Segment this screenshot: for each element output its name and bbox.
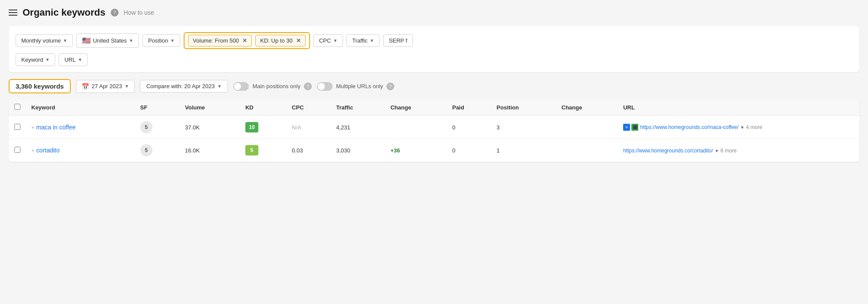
filter-row-2: Keyword ▼ URL ▼	[16, 53, 852, 66]
highlighted-filter-group: Volume: From 500 ✕ KD: Up to 30 ✕	[184, 32, 310, 49]
chevron-down-icon: ▼	[170, 38, 175, 43]
cpc-cell: 0.03	[287, 139, 331, 162]
table-section: Keyword SF Volume KD CPC Traffic Change …	[9, 99, 859, 162]
page-header: Organic keywords ? How to use	[9, 7, 859, 18]
keyword-label: Keyword	[21, 56, 43, 63]
cpc-cell: N/A	[287, 116, 331, 139]
main-positions-help-icon[interactable]: ?	[304, 83, 312, 90]
volume-filter-label: Volume: From 500	[193, 37, 239, 44]
url-cell: ≡⬛https://www.homegrounds.co/maca-coffee…	[618, 116, 859, 139]
keyword-link[interactable]: maca in coffee	[36, 124, 76, 131]
sf-badge: 5	[140, 121, 152, 133]
traffic-cell: 3,030	[331, 139, 385, 162]
traffic-change-cell	[385, 116, 447, 139]
th-cpc: CPC	[287, 99, 331, 116]
kd-filter-label: KD: Up to 30	[260, 37, 292, 44]
filter-row-1: Monthly volume ▼ 🇺🇸 United States ▼ Posi…	[16, 32, 852, 49]
volume-filter-close[interactable]: ✕	[242, 38, 247, 43]
th-keyword: Keyword	[26, 99, 135, 116]
traffic-change-cell: +36	[385, 139, 447, 162]
multiple-urls-toggle[interactable]	[317, 82, 333, 91]
us-flag-icon: 🇺🇸	[82, 36, 91, 45]
multiple-urls-help-icon[interactable]: ?	[386, 83, 394, 90]
main-positions-label: Main positions only	[252, 83, 300, 89]
position-cell: 1	[492, 139, 556, 162]
url-more[interactable]: 6 more	[720, 148, 736, 154]
compare-button[interactable]: Compare with: 20 Apr 2023 ▼	[140, 80, 228, 93]
row-checkbox[interactable]	[14, 147, 20, 153]
th-position: Position	[492, 99, 556, 116]
position-filter[interactable]: Position ▼	[142, 34, 180, 47]
kd-badge: 10	[245, 122, 258, 132]
expand-icon[interactable]: +	[31, 124, 35, 131]
kd-filter-close[interactable]: ✕	[296, 38, 301, 43]
date-picker[interactable]: 📅 27 Apr 2023 ▼	[76, 80, 135, 93]
keyword-link[interactable]: cortadito	[36, 147, 60, 154]
menu-icon[interactable]	[9, 10, 17, 16]
url-link[interactable]: https://www.homegrounds.co/cortadito/	[623, 148, 713, 154]
kd-cell: 5	[240, 139, 287, 162]
th-sf: SF	[135, 99, 180, 116]
row-checkbox[interactable]	[14, 124, 20, 130]
volume-cell: 37.0K	[180, 116, 240, 139]
help-icon[interactable]: ?	[111, 9, 119, 17]
th-traffic: Traffic	[331, 99, 385, 116]
th-select-all[interactable]	[9, 99, 26, 116]
multiple-urls-label: Multiple URLs only	[336, 83, 383, 89]
position-cell: 3	[492, 116, 556, 139]
main-positions-toggle[interactable]	[233, 82, 249, 91]
cpc-filter[interactable]: CPC ▼	[314, 34, 343, 47]
url-chevron-icon: ▼	[740, 125, 744, 130]
how-to-use-link[interactable]: How to use	[124, 9, 154, 16]
chevron-down-icon: ▼	[46, 57, 50, 62]
chevron-down-icon: ▼	[333, 38, 337, 43]
traffic-filter[interactable]: Traffic ▼	[347, 34, 380, 47]
row-checkbox-cell	[9, 139, 26, 162]
traffic-cell: 4,231	[331, 116, 385, 139]
table-row: +maca in coffee537.0K10N/A4,23103≡⬛https…	[9, 116, 859, 139]
chevron-down-icon: ▼	[125, 84, 129, 89]
kd-filter-chip: KD: Up to 30 ✕	[255, 35, 305, 46]
select-all-checkbox[interactable]	[14, 104, 20, 110]
country-label: United States	[93, 37, 127, 44]
th-volume: Volume	[180, 99, 240, 116]
keyword-cell: +cortadito	[26, 139, 135, 162]
calendar-icon: 📅	[82, 83, 89, 90]
th-paid: Paid	[447, 99, 491, 116]
sf-cell: 5	[135, 139, 180, 162]
kd-badge: 5	[245, 145, 258, 155]
chevron-down-icon: ▼	[78, 57, 83, 62]
row-checkbox-cell	[9, 116, 26, 139]
cpc-label: CPC	[319, 37, 331, 44]
th-kd: KD	[240, 99, 287, 116]
multiple-urls-toggle-group: Multiple URLs only ?	[317, 82, 394, 91]
table-header-row: Keyword SF Volume KD CPC Traffic Change …	[9, 99, 859, 116]
serp-filter[interactable]: SERP f	[383, 34, 413, 47]
paid-cell: 0	[447, 139, 491, 162]
position-change-cell	[556, 116, 618, 139]
chevron-down-icon: ▼	[217, 84, 221, 89]
toolbar-section: 3,360 keywords 📅 27 Apr 2023 ▼ Compare w…	[9, 79, 859, 93]
url-filter[interactable]: URL ▼	[59, 53, 88, 66]
paid-cell: 0	[447, 116, 491, 139]
th-change-traffic: Change	[385, 99, 447, 116]
serp-label: SERP f	[389, 37, 407, 44]
monthly-volume-filter[interactable]: Monthly volume ▼	[16, 34, 73, 47]
volume-cell: 16.0K	[180, 139, 240, 162]
traffic-label: Traffic	[352, 37, 367, 44]
url-more[interactable]: 4 more	[746, 124, 762, 130]
volume-filter-chip: Volume: From 500 ✕	[188, 35, 252, 46]
expand-icon[interactable]: +	[31, 147, 35, 154]
country-filter[interactable]: 🇺🇸 United States ▼	[76, 33, 139, 48]
monthly-volume-label: Monthly volume	[21, 37, 61, 44]
keyword-filter[interactable]: Keyword ▼	[16, 53, 55, 66]
url-icons: ≡⬛	[623, 124, 638, 131]
th-change-position: Change	[556, 99, 618, 116]
keyword-count-badge: 3,360 keywords	[9, 79, 71, 93]
sf-cell: 5	[135, 116, 180, 139]
url-label: URL	[64, 56, 76, 63]
keyword-cell: +maca in coffee	[26, 116, 135, 139]
chevron-down-icon: ▼	[129, 38, 133, 43]
position-change-cell	[556, 139, 618, 162]
url-link[interactable]: https://www.homegrounds.co/maca-coffee/	[640, 124, 739, 130]
